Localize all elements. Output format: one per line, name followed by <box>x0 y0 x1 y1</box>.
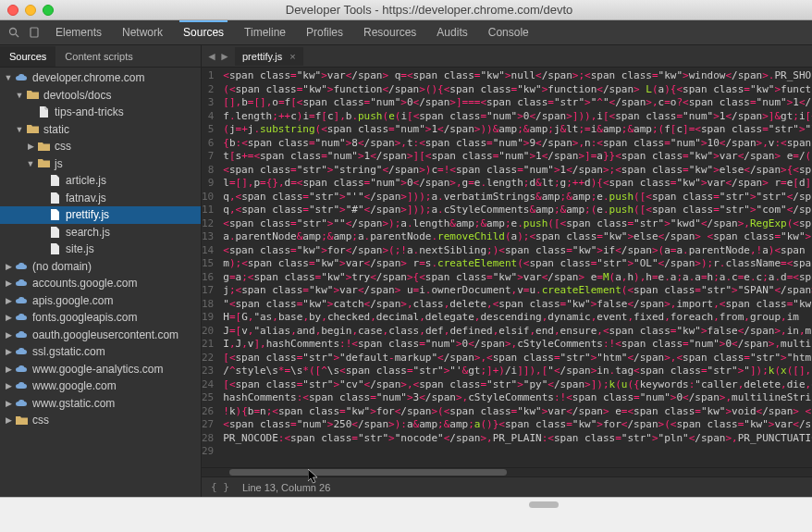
tree-domain[interactable]: ▶(no domain) <box>0 258 201 276</box>
tree-domain-label: fonts.googleapis.com <box>32 311 137 324</box>
tree-folder-label: css <box>32 414 49 427</box>
tree-domain[interactable]: ▶oauth.googleusercontent.com <box>0 327 201 344</box>
file-icon <box>48 243 61 254</box>
editor-statusbar: { } Line 13, Column 26 <box>202 476 812 497</box>
tree-domain[interactable]: ▼ developer.chrome.com <box>0 69 201 87</box>
editor-area: ◄ ► prettify.js × 1234567891011121314151… <box>202 45 812 497</box>
tree-folder-label: static <box>43 123 69 136</box>
chevron-down-icon: ▼ <box>15 91 24 100</box>
cloud-icon <box>15 72 28 83</box>
scrollbar-thumb[interactable] <box>229 469 507 476</box>
cursor-position: Line 13, Column 26 <box>242 482 330 493</box>
close-icon[interactable]: × <box>289 51 295 62</box>
file-icon <box>37 106 50 118</box>
braces-icon[interactable]: { } <box>211 481 229 493</box>
tab-timeline[interactable]: Timeline <box>240 20 289 44</box>
tree-domain[interactable]: ▶ssl.gstatic.com <box>0 343 201 361</box>
tree-folder[interactable]: ▼ js <box>0 155 201 173</box>
chevron-right-icon: ▶ <box>4 399 13 408</box>
chevron-right-icon: ▶ <box>4 347 13 356</box>
cloud-icon <box>15 398 28 409</box>
traffic-lights <box>7 5 54 16</box>
tree-folder[interactable]: ▶css <box>0 412 201 429</box>
tree-domain-label: apis.google.com <box>32 294 113 307</box>
sidebar-tab-content-scripts[interactable]: Content scripts <box>55 46 141 67</box>
chevron-right-icon: ▶ <box>4 262 13 271</box>
minimize-window-button[interactable] <box>25 5 36 16</box>
tree-file[interactable]: fatnav.js <box>0 190 201 207</box>
tab-audits[interactable]: Audits <box>433 20 471 44</box>
tree-file[interactable]: site.js <box>0 241 201 258</box>
tree-domain[interactable]: ▶www.gstatic.com <box>0 395 201 413</box>
file-tree: ▼ developer.chrome.com ▼ devtools/docs t… <box>0 68 201 431</box>
tree-domain[interactable]: ▶www.google-analytics.com <box>0 361 201 378</box>
tab-sources[interactable]: Sources <box>179 20 228 44</box>
zoom-window-button[interactable] <box>43 5 54 16</box>
cloud-icon <box>15 261 28 272</box>
titlebar: Developer Tools - https://developer.chro… <box>0 0 812 20</box>
tree-domain[interactable]: ▶apis.google.com <box>0 292 201 310</box>
sources-sidebar: Sources Content scripts ▼ developer.chro… <box>0 45 202 497</box>
chevron-down-icon: ▼ <box>26 159 35 168</box>
device-icon[interactable] <box>26 24 43 41</box>
code-editor[interactable]: 1234567891011121314151617181920212223242… <box>202 68 812 467</box>
tab-network[interactable]: Network <box>118 20 166 44</box>
chevron-right-icon: ▶ <box>4 365 13 374</box>
chevron-right-icon: ▶ <box>4 381 13 390</box>
tree-domain-label: accounts.google.com <box>32 277 137 290</box>
tree-folder[interactable]: ▼ devtools/docs <box>0 87 201 105</box>
file-icon <box>48 227 61 238</box>
cloud-icon <box>15 380 28 391</box>
close-window-button[interactable] <box>7 5 18 16</box>
tree-domain-label: (no domain) <box>32 260 92 273</box>
sidebar-tabs: Sources Content scripts <box>0 45 201 68</box>
file-tabs: ◄ ► prettify.js × <box>202 45 812 68</box>
chevron-down-icon: ▼ <box>4 73 13 82</box>
tree-file[interactable]: article.js <box>0 172 201 190</box>
tree-domain[interactable]: ▶www.google.com <box>0 377 201 395</box>
tab-resources[interactable]: Resources <box>360 20 420 44</box>
tree-domain[interactable]: ▶fonts.googleapis.com <box>0 309 201 327</box>
cloud-icon <box>15 312 28 323</box>
file-icon <box>48 209 61 220</box>
folder-icon <box>37 158 50 169</box>
cloud-icon <box>15 346 28 357</box>
chevron-right-icon[interactable]: ► <box>218 50 231 63</box>
tree-folder[interactable]: ▶ css <box>0 138 201 155</box>
tree-file-label: article.js <box>66 174 106 187</box>
file-icon <box>48 192 61 204</box>
tree-file-label: site.js <box>66 242 94 255</box>
tree-file[interactable]: tips-and-tricks <box>0 104 201 121</box>
tree-folder-label: css <box>55 140 71 153</box>
tab-console[interactable]: Console <box>485 20 533 44</box>
tab-profiles[interactable]: Profiles <box>302 20 347 44</box>
folder-icon <box>37 141 50 152</box>
search-icon[interactable] <box>6 24 22 41</box>
tree-file-label: tips-and-tricks <box>55 105 124 118</box>
tree-folder[interactable]: ▼ static <box>0 121 201 139</box>
tree-domain[interactable]: ▶accounts.google.com <box>0 275 201 292</box>
chevron-right-icon: ▶ <box>4 313 13 322</box>
sidebar-tab-sources[interactable]: Sources <box>0 46 55 67</box>
scrollbar-thumb[interactable] <box>529 501 559 508</box>
svg-rect-2 <box>31 28 38 37</box>
tree-folder-label: devtools/docs <box>43 89 111 102</box>
tree-file[interactable]: search.js <box>0 224 201 241</box>
tree-file-label: search.js <box>66 226 110 239</box>
chevron-right-icon: ▶ <box>26 142 35 151</box>
folder-icon <box>26 90 39 101</box>
cloud-icon <box>15 364 28 375</box>
tree-file-label: fatnav.js <box>66 192 106 204</box>
tree-domain-label: www.gstatic.com <box>32 397 115 410</box>
chevron-left-icon[interactable]: ◄ <box>205 50 218 63</box>
line-gutter: 1234567891011121314151617181920212223242… <box>202 68 219 467</box>
tab-elements[interactable]: Elements <box>52 20 105 44</box>
file-tab-prettify[interactable]: prettify.js × <box>235 47 303 66</box>
devtools-toolbar: Elements Network Sources Timeline Profil… <box>0 20 812 45</box>
svg-point-0 <box>10 29 17 35</box>
tree-domain-label: oauth.googleusercontent.com <box>32 328 178 341</box>
horizontal-scrollbar[interactable] <box>202 467 812 476</box>
tree-file-selected[interactable]: prettify.js <box>0 206 201 224</box>
tree-domain-label: developer.chrome.com <box>32 71 144 84</box>
code-content[interactable]: <span class="kw">var</span> q=<span clas… <box>219 68 812 467</box>
